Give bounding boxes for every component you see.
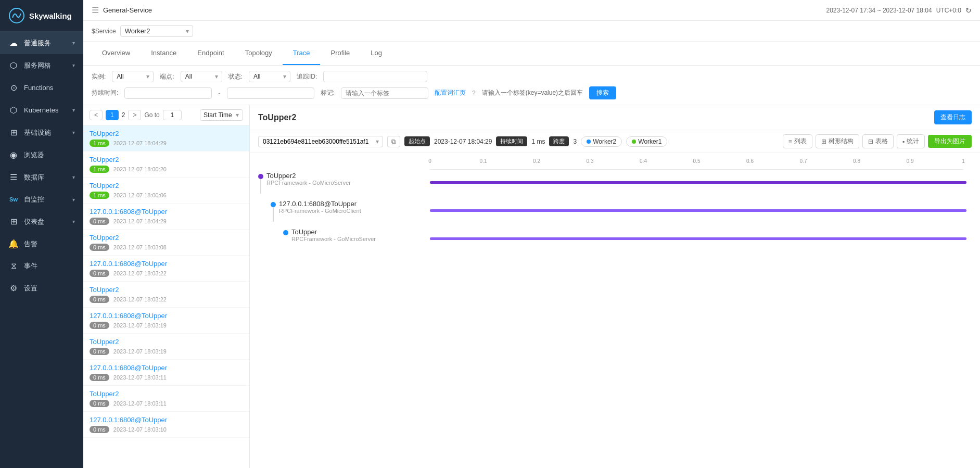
- status-selector-wrapper: All: [249, 71, 290, 82]
- sidebar-item-kubernetes[interactable]: ⬡ Kubernetes ▾: [0, 99, 83, 121]
- sidebar-item-functions[interactable]: ⊙ Functions: [0, 77, 83, 99]
- spans-container: ToUpper2 RPCFramework - GoMicroServer 12…: [258, 172, 972, 249]
- instance-selector[interactable]: All: [112, 71, 154, 82]
- span-row[interactable]: ToUpper RPCFramework - GoMicroServer: [258, 228, 972, 249]
- service-tag-worker1[interactable]: Worker1: [626, 136, 667, 147]
- tab-trace[interactable]: Trace: [283, 42, 321, 65]
- trace-item-time: 2023-12-07 18:03:19: [113, 322, 167, 328]
- copy-traceid-button[interactable]: ⧉: [387, 136, 400, 147]
- tab-endpoint[interactable]: Endpoint: [187, 42, 234, 65]
- sidebar-item-normal-service[interactable]: ☁ 普通服务 ▾: [0, 32, 83, 54]
- trace-list-item[interactable]: ToUpper2 1 ms 2023-12-07 18:00:20: [83, 151, 249, 178]
- service-selector[interactable]: Worker2: [120, 25, 193, 37]
- sidebar-item-infrastructure[interactable]: ⊞ 基础设施 ▾: [0, 121, 83, 144]
- logo: Skywalking: [0, 0, 83, 32]
- endpoint-label: 端点:: [160, 72, 174, 81]
- search-button[interactable]: 搜索: [589, 86, 616, 99]
- config-link[interactable]: 配置词汇页: [435, 88, 466, 97]
- functions-icon: ⊙: [8, 83, 19, 93]
- ruler-tick: 0.3: [587, 158, 594, 164]
- ruler-tick: 0.4: [640, 158, 647, 164]
- trace-item-time: 2023-12-07 18:03:11: [113, 400, 167, 407]
- prev-page-button[interactable]: <: [90, 110, 103, 120]
- duration-label-tag: 持续时间: [496, 136, 527, 146]
- export-button[interactable]: 导出为图片: [928, 135, 972, 148]
- trace-item-badge: 0 ms: [90, 270, 109, 277]
- tag-input[interactable]: [341, 87, 428, 99]
- ruler-tick: 0: [428, 158, 431, 164]
- span-sub: RPCFramework - GoMicroServer: [266, 180, 351, 186]
- span-text: ToUpper2 RPCFramework - GoMicroServer: [266, 172, 351, 186]
- span-bar: [430, 237, 966, 240]
- endpoint-selector[interactable]: All: [181, 71, 222, 82]
- traceid-input[interactable]: [323, 71, 427, 82]
- span-connector: [271, 202, 276, 222]
- tab-log[interactable]: Log: [360, 42, 392, 65]
- trace-list-item[interactable]: ToUpper2 0 ms 2023-12-07 18:03:08: [83, 230, 249, 256]
- sidebar-item-alert[interactable]: 🔔 告警: [0, 233, 83, 255]
- dash-separator: -: [218, 89, 220, 97]
- trace-id-selector[interactable]: 03121eb694e811eeb63000ffe5151af1: [258, 136, 383, 147]
- sidebar-item-dashboard[interactable]: ⊞ 仪表盘 ▾: [0, 210, 83, 233]
- sidebar-item-settings[interactable]: ⚙ 设置: [0, 277, 83, 299]
- status-selector[interactable]: All: [249, 71, 290, 82]
- page-title: General-Service: [103, 6, 152, 14]
- tab-instance[interactable]: Instance: [141, 42, 187, 65]
- trace-list-item[interactable]: ToUpper2 0 ms 2023-12-07 18:03:11: [83, 386, 249, 412]
- duration-min-input[interactable]: [124, 87, 212, 99]
- trace-list-item[interactable]: ToUpper2 0 ms 2023-12-07 18:03:22: [83, 282, 249, 308]
- sidebar-item-database[interactable]: ☰ 数据库 ▾: [0, 166, 83, 188]
- span-dot: [258, 174, 263, 179]
- service-tag-worker2[interactable]: Worker2: [581, 136, 622, 147]
- next-page-number[interactable]: 2: [122, 111, 125, 119]
- span-row[interactable]: ToUpper2 RPCFramework - GoMicroServer: [258, 172, 972, 194]
- sidebar-label-settings: 设置: [24, 284, 75, 293]
- tree-view-label: 树形结构: [829, 137, 854, 146]
- goto-page-input[interactable]: [163, 110, 182, 120]
- settings-icon: ⚙: [8, 283, 19, 293]
- trace-list-item[interactable]: ToUpper2 1 ms 2023-12-07 18:00:06: [83, 178, 249, 204]
- detail-header: ToUpper2 查看日志: [250, 105, 980, 130]
- duration-max-input[interactable]: [227, 87, 314, 99]
- trace-list-item[interactable]: ToUpper2 0 ms 2023-12-07 18:03:19: [83, 334, 249, 360]
- sidebar-item-service-mesh[interactable]: ⬡ 服务网格 ▾: [0, 54, 83, 77]
- trace-list-item[interactable]: 127.0.0.1:6808@ToUpper 0 ms 2023-12-07 1…: [83, 256, 249, 282]
- span-row[interactable]: 127.0.0.1:6808@ToUpper RPCFramework - Go…: [258, 200, 972, 222]
- refresh-icon[interactable]: ↻: [965, 6, 972, 15]
- tab-overview[interactable]: Overview: [92, 42, 141, 65]
- sidebar-item-browser[interactable]: ◉ 浏览器: [0, 144, 83, 166]
- skywalking-logo-icon: [8, 7, 25, 24]
- duration-label: 持续时间:: [92, 88, 118, 97]
- view-stats-button[interactable]: ▪ 统计: [897, 134, 925, 148]
- menu-icon[interactable]: ☰: [92, 5, 99, 15]
- trace-list-item[interactable]: 127.0.0.1:6808@ToUpper 0 ms 2023-12-07 1…: [83, 360, 249, 386]
- service-selector-wrapper: Worker2: [120, 25, 193, 37]
- trace-list-item[interactable]: 127.0.0.1:6808@ToUpper 0 ms 2023-12-07 1…: [83, 204, 249, 230]
- sidebar-label-dashboard: 仪表盘: [24, 217, 67, 226]
- trace-item-badge: 0 ms: [90, 374, 109, 381]
- sort-selector[interactable]: Start Time: [200, 109, 243, 121]
- browser-icon: ◉: [8, 150, 19, 160]
- trace-list-item[interactable]: 127.0.0.1:6808@ToUpper 0 ms 2023-12-07 1…: [83, 308, 249, 334]
- goto-label: Go to: [144, 111, 159, 119]
- span-bar-area: [430, 172, 972, 193]
- trace-item-time: 2023-12-07 18:03:11: [113, 374, 167, 381]
- view-table-button[interactable]: ⊟ 表格: [862, 134, 894, 148]
- trace-visualization: 00.10.20.30.40.50.60.70.80.91 ToUpper2 R…: [250, 153, 980, 468]
- tab-topology[interactable]: Topology: [235, 42, 283, 65]
- view-tree-button[interactable]: ⊞ 树形结构: [816, 134, 859, 148]
- tab-profile[interactable]: Profile: [320, 42, 360, 65]
- trace-item-title: ToUpper2: [90, 390, 243, 398]
- trace-list-item[interactable]: 127.0.0.1:6808@ToUpper 0 ms 2023-12-07 1…: [83, 412, 249, 438]
- trace-item-title: ToUpper2: [90, 338, 243, 346]
- sidebar-item-events[interactable]: ⧖ 事件: [0, 255, 83, 277]
- span-label: 127.0.0.1:6808@ToUpper RPCFramework - Go…: [271, 200, 430, 222]
- sidebar-label-database: 数据库: [24, 173, 67, 182]
- next-page-button[interactable]: >: [128, 110, 141, 120]
- view-log-button[interactable]: 查看日志: [934, 110, 972, 124]
- span-bar-area: [430, 228, 972, 249]
- view-list-button[interactable]: ≡ 列表: [783, 134, 812, 148]
- trace-list-scroll[interactable]: ToUpper2 1 ms 2023-12-07 18:04:29 ToUppe…: [83, 125, 249, 468]
- sidebar-item-self-monitor[interactable]: Sw 自监控 ▾: [0, 188, 83, 210]
- trace-list-item[interactable]: ToUpper2 1 ms 2023-12-07 18:04:29: [83, 125, 249, 151]
